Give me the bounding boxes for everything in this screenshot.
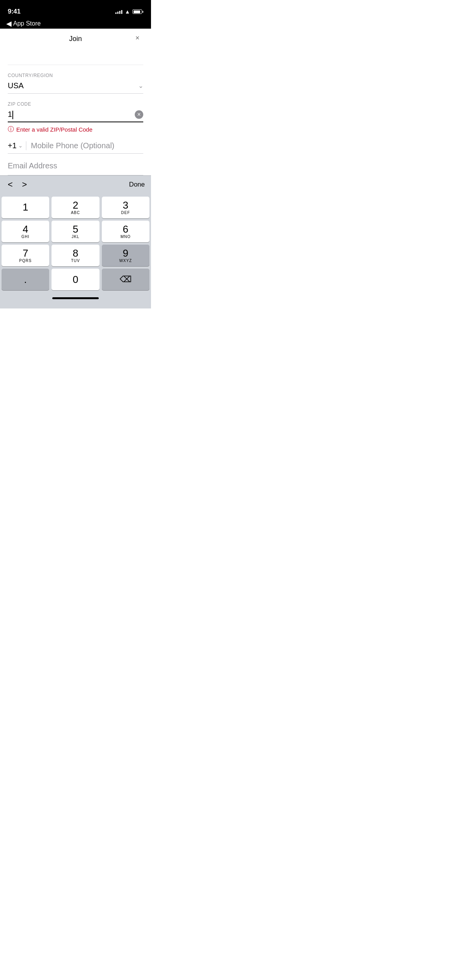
key-main-label: 8 [73, 248, 78, 258]
keyboard-row-3: 7 PQRS 8 TUV 9 WXYZ [2, 245, 149, 266]
app-store-nav: ◀ App Store [0, 19, 151, 29]
close-button[interactable]: × [132, 33, 143, 44]
modal-header: Join × [0, 29, 151, 48]
country-region-field[interactable]: USA ⌄ [8, 81, 143, 94]
key-7[interactable]: 7 PQRS [2, 245, 49, 266]
modal-title: Join [69, 35, 82, 43]
key-main-label: . [24, 274, 27, 284]
zip-code-group: ZIP CODE 1 [8, 101, 143, 122]
phone-country-code-selector[interactable]: +1 ⌄ [8, 141, 26, 150]
key-1[interactable]: 1 [2, 197, 49, 218]
key-6[interactable]: 6 MNO [102, 221, 149, 242]
close-icon: × [136, 34, 140, 42]
key-main-label: 0 [73, 274, 78, 284]
error-icon: ⓘ [8, 125, 14, 134]
status-time: 9:41 [8, 8, 21, 15]
key-4[interactable]: 4 GHI [2, 221, 49, 242]
zip-input-row: 1 [8, 110, 143, 122]
country-region-label: COUNTRY/REGION [8, 73, 143, 78]
text-cursor [12, 111, 13, 119]
country-code-value: +1 [8, 141, 17, 150]
form-content: COUNTRY/REGION USA ⌄ ZIP CODE 1 ⓘ Enter … [0, 48, 151, 175]
zip-value: 1 [8, 110, 135, 119]
signal-icon [115, 9, 122, 14]
key-9[interactable]: 9 WXYZ [102, 245, 149, 266]
status-icons: ▲ [115, 9, 143, 15]
key-main-label: 6 [123, 224, 128, 234]
chevron-down-icon: ⌄ [138, 82, 143, 89]
bottom-bar [0, 294, 151, 308]
zip-code-label: ZIP CODE [8, 101, 143, 107]
error-text: Enter a valid ZIP/Postal Code [16, 126, 93, 133]
key-main-label: 2 [73, 200, 78, 210]
keyboard-row-4: . 0 ⌫ [2, 269, 149, 290]
key-3[interactable]: 3 DEF [102, 197, 149, 218]
key-main-label: 1 [22, 202, 28, 212]
battery-icon [132, 9, 143, 14]
country-value: USA [8, 81, 24, 90]
delete-icon: ⌫ [120, 274, 132, 284]
zip-error-message: ⓘ Enter a valid ZIP/Postal Code [8, 125, 143, 134]
back-to-app-store[interactable]: ◀ App Store [6, 19, 41, 28]
wifi-icon: ▲ [125, 9, 130, 15]
key-sub-label: DEF [121, 211, 130, 215]
key-main-label: 4 [22, 224, 28, 234]
key-0[interactable]: 0 [51, 269, 99, 290]
key-5[interactable]: 5 JKL [51, 221, 99, 242]
key-main-label: 3 [123, 200, 128, 210]
prev-field-button[interactable]: < [6, 179, 14, 190]
join-modal: Join × COUNTRY/REGION USA ⌄ ZIP CODE 1 [0, 29, 151, 327]
key-sub-label: PQRS [19, 259, 31, 263]
keyboard-row-1: 1 2 ABC 3 DEF [2, 197, 149, 218]
key-sub-label: JKL [72, 235, 79, 239]
chevron-down-icon: ⌄ [18, 142, 23, 149]
key-sub-label: GHI [21, 235, 29, 239]
country-region-group: COUNTRY/REGION USA ⌄ [8, 73, 143, 94]
key-sub-label: ABC [71, 211, 80, 215]
key-main-label: 5 [73, 224, 78, 234]
email-field-group: Email Address [8, 161, 143, 175]
key-main-label: 7 [22, 248, 28, 258]
phone-field-group: +1 ⌄ Mobile Phone (Optional) [8, 141, 143, 154]
phone-input[interactable]: Mobile Phone (Optional) [31, 141, 115, 150]
done-button[interactable]: Done [129, 181, 145, 188]
keyboard-toolbar: < > Done [0, 175, 151, 194]
key-8[interactable]: 8 TUV [51, 245, 99, 266]
key-sub-label: TUV [71, 259, 80, 263]
key-delete[interactable]: ⌫ [102, 269, 149, 290]
key-main-label: 9 [123, 248, 128, 258]
key-2[interactable]: 2 ABC [51, 197, 99, 218]
status-bar: 9:41 ▲ [0, 0, 151, 19]
partial-field-left [8, 48, 72, 62]
home-indicator [52, 297, 99, 299]
back-label: App Store [13, 20, 41, 27]
key-dot[interactable]: . [2, 269, 49, 290]
partial-fields-row [8, 48, 143, 65]
zip-clear-button[interactable] [135, 110, 143, 119]
email-input[interactable]: Email Address [8, 161, 57, 170]
next-field-button[interactable]: > [21, 179, 29, 190]
partial-field-right [79, 48, 143, 62]
toolbar-nav: < > [6, 179, 29, 190]
keyboard-row-2: 4 GHI 5 JKL 6 MNO [2, 221, 149, 242]
back-arrow-icon: ◀ [6, 19, 12, 28]
key-sub-label: MNO [120, 235, 130, 239]
key-sub-label: WXYZ [119, 259, 132, 263]
numeric-keyboard: 1 2 ABC 3 DEF 4 GHI 5 JKL 6 [0, 194, 151, 294]
